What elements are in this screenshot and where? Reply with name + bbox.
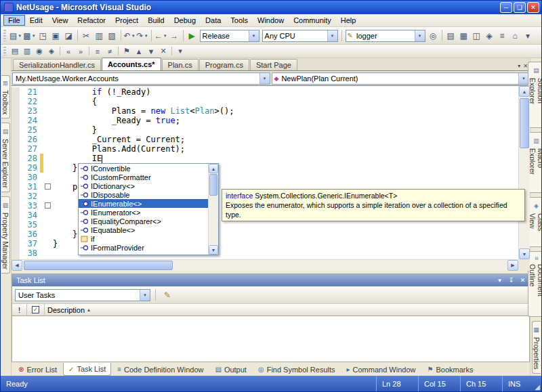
close-icon[interactable]: ✕: [518, 276, 528, 285]
breakpoint-margin[interactable]: [12, 144, 20, 154]
completion-item[interactable]: IDictionary<>: [79, 181, 208, 190]
tab-list-menu-icon[interactable]: ▾: [518, 63, 520, 69]
bottom-tab-find-symbol-results[interactable]: ◎Find Symbol Results: [253, 363, 341, 376]
outlining-margin[interactable]: [43, 97, 53, 106]
solution-explorer-icon[interactable]: ▤: [444, 29, 457, 42]
outlining-margin[interactable]: [43, 154, 53, 163]
solution-platform-combo[interactable]: Any CPU▼: [262, 30, 338, 42]
task-list-header[interactable]: Task List ▾ ↧ ✕: [12, 274, 529, 286]
menu-item-file[interactable]: File: [3, 15, 25, 26]
outlining-margin[interactable]: [43, 135, 53, 144]
outlining-margin[interactable]: [43, 125, 53, 135]
decrease-indent-icon[interactable]: «: [62, 46, 75, 57]
paste-icon[interactable]: ▨: [106, 29, 119, 42]
resize-grip[interactable]: ◢: [530, 376, 541, 391]
chevron-down-icon[interactable]: ▼: [327, 30, 337, 41]
outlining-margin[interactable]: [43, 144, 53, 154]
save-icon[interactable]: ▣: [49, 29, 62, 42]
completion-item[interactable]: IEnumerable<>: [79, 199, 208, 208]
undo-icon[interactable]: ↶▼: [123, 29, 136, 42]
breakpoint-margin[interactable]: [12, 106, 20, 116]
breakpoint-margin[interactable]: [12, 201, 20, 211]
chevron-down-icon[interactable]: ▼: [259, 73, 270, 84]
chevron-down-icon[interactable]: ▼: [249, 30, 259, 41]
editor-horizontal-scrollbar[interactable]: ◀ ▶: [12, 259, 518, 271]
toolbar-grip[interactable]: [3, 30, 6, 42]
menu-item-help[interactable]: Help: [336, 15, 361, 26]
uncomment-icon[interactable]: ≠: [104, 46, 116, 57]
completion-item[interactable]: if: [79, 234, 208, 243]
previous-bookmark-icon[interactable]: ▲: [133, 46, 145, 57]
menu-item-window[interactable]: Window: [253, 15, 289, 26]
priority-column-header[interactable]: !: [12, 304, 27, 315]
breakpoint-margin[interactable]: [12, 125, 20, 135]
menu-item-tools[interactable]: Tools: [226, 15, 253, 26]
increase-indent-icon[interactable]: »: [75, 46, 87, 57]
copy-icon[interactable]: ▥: [93, 29, 106, 42]
chevron-down-icon[interactable]: ▼: [131, 34, 136, 38]
editor-vertical-scrollbar[interactable]: ▲ ▼: [518, 86, 530, 259]
find-in-files-icon[interactable]: ◎: [427, 29, 440, 42]
tab-start-page[interactable]: Start Page: [250, 59, 297, 70]
minimize-button[interactable]: ─: [500, 2, 512, 13]
chevron-down-icon[interactable]: ▼: [415, 30, 425, 41]
scroll-down-icon[interactable]: ▼: [519, 248, 530, 259]
menu-item-view[interactable]: View: [47, 15, 73, 26]
completion-item[interactable]: IDisposable: [79, 190, 208, 199]
completion-item[interactable]: IEqualityComparer<>: [79, 217, 208, 225]
add-item-icon[interactable]: ▩▼: [22, 29, 36, 42]
outlining-margin[interactable]: [43, 239, 53, 248]
completion-item[interactable]: IConvertible: [79, 164, 208, 173]
next-bookmark-icon[interactable]: ▼: [145, 46, 157, 57]
clear-bookmarks-icon[interactable]: ✕: [157, 46, 169, 57]
outlining-margin[interactable]: [43, 116, 53, 125]
toolbar-options-icon[interactable]: ▾: [522, 29, 535, 42]
scrollbar-thumb[interactable]: [209, 174, 217, 196]
bottom-tab-error-list[interactable]: ⊗Error List: [13, 363, 62, 376]
outlining-margin[interactable]: [43, 230, 53, 239]
toolbar-grip[interactable]: [3, 47, 6, 56]
menu-item-build[interactable]: Build: [143, 15, 169, 26]
chevron-down-icon[interactable]: ▼: [144, 34, 148, 38]
breakpoint-margin[interactable]: [12, 87, 20, 97]
menu-item-data[interactable]: Data: [201, 15, 226, 26]
tool-tab-property-manager[interactable]: ▧Property Manager: [1, 196, 10, 274]
pin-icon[interactable]: ↧: [506, 276, 516, 285]
properties-window-icon[interactable]: ▦: [457, 29, 470, 42]
breakpoint-margin[interactable]: [12, 230, 20, 239]
tab-serializationhandler-cs[interactable]: SerializationHandler.cs: [13, 59, 101, 70]
intellisense-scrollbar[interactable]: ▲ ▼: [208, 164, 218, 255]
scroll-up-icon[interactable]: ▲: [519, 86, 530, 97]
menu-item-refactor[interactable]: Refactor: [72, 15, 110, 26]
scrollbar-thumb[interactable]: [520, 98, 529, 148]
breakpoint-margin[interactable]: [12, 220, 20, 230]
toolbar2-options-icon[interactable]: ▾: [174, 46, 186, 57]
menu-item-community[interactable]: Community: [289, 15, 336, 26]
maximize-button[interactable]: ❏: [514, 2, 526, 13]
navigate-forward-icon[interactable]: →: [168, 29, 181, 42]
scroll-down-icon[interactable]: ▼: [209, 245, 218, 255]
completion-item[interactable]: IFormatProvider: [79, 243, 208, 252]
menu-item-debug[interactable]: Debug: [169, 15, 201, 26]
completion-item[interactable]: ICustomFormatter: [79, 173, 208, 181]
chevron-down-icon[interactable]: ▼: [140, 290, 150, 301]
outlining-margin[interactable]: [43, 182, 53, 192]
new-project-icon[interactable]: ▤▼: [9, 29, 22, 42]
breakpoint-margin[interactable]: [12, 163, 20, 173]
outlining-margin[interactable]: [43, 87, 53, 97]
solution-configuration-combo[interactable]: Release▼: [200, 30, 259, 42]
scroll-up-icon[interactable]: ▲: [209, 164, 218, 173]
completion-item[interactable]: IEnumerator<>: [79, 208, 208, 217]
bottom-tab-output[interactable]: ▤Output: [209, 363, 251, 376]
class-view-icon[interactable]: ◈: [483, 29, 496, 42]
breakpoint-margin[interactable]: [12, 97, 20, 106]
tab-plan-cs[interactable]: Plan.cs: [162, 59, 199, 70]
chevron-down-icon[interactable]: ▼: [32, 34, 36, 38]
word-completion-icon[interactable]: ◈: [45, 46, 58, 57]
outlining-margin[interactable]: [43, 201, 53, 211]
chevron-down-icon[interactable]: ▼: [163, 34, 167, 38]
bottom-tab-command-window[interactable]: ▸Command Window: [341, 363, 421, 376]
toggle-bookmark-icon[interactable]: ⚑: [121, 46, 133, 57]
close-button[interactable]: ✕: [527, 2, 539, 13]
member-list-icon[interactable]: ▤: [9, 46, 21, 57]
